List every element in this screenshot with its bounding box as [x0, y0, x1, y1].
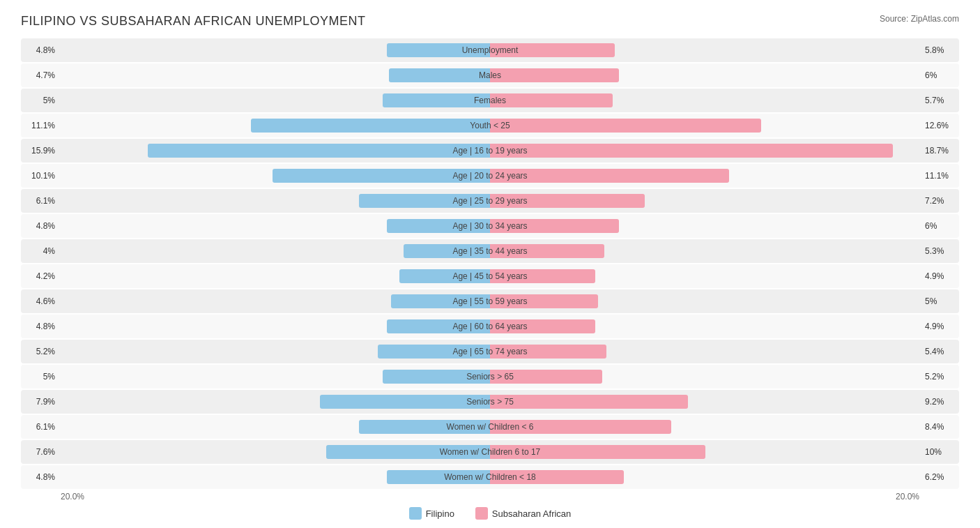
center-label: Age | 16 to 19 years: [452, 146, 527, 156]
left-value: 4.8%: [21, 472, 59, 482]
bars-center: Age | 30 to 34 years: [59, 216, 921, 236]
bar-row: 4.2% Age | 45 to 54 years 4.9%: [21, 264, 959, 288]
filipino-swatch: [409, 507, 422, 520]
center-label: Youth < 25: [470, 121, 510, 130]
bar-row: 10.1% Age | 20 to 24 years 11.1%: [21, 164, 959, 188]
left-value: 5%: [21, 96, 59, 105]
bar-row: 4% Age | 35 to 44 years 5.3%: [21, 239, 959, 263]
bar-right: [490, 395, 688, 409]
bar-row: 5% Seniors > 65 5.2%: [21, 365, 959, 389]
bar-left-wrap: [148, 144, 490, 158]
bar-right-wrap: [490, 119, 761, 133]
right-value: 10%: [921, 447, 959, 457]
right-value: 5.7%: [921, 96, 959, 105]
filipino-label: Filipino: [426, 508, 454, 519]
bar-left-wrap: [251, 119, 490, 133]
center-label: Seniors > 65: [466, 372, 514, 382]
bars-center: Age | 55 to 59 years: [59, 292, 921, 311]
axis-left-label: 20.0%: [61, 492, 84, 501]
center-label: Age | 35 to 44 years: [452, 246, 527, 256]
bar-row: 5.2% Age | 65 to 74 years 5.4%: [21, 340, 959, 363]
bars-center: Age | 16 to 19 years: [59, 141, 921, 160]
bars-center: Age | 25 to 29 years: [59, 191, 921, 211]
bar-right: [490, 93, 613, 107]
bar-row: 7.9% Seniors > 75 9.2%: [21, 390, 959, 414]
left-value: 5.2%: [21, 347, 59, 356]
bars-center: Women w/ Children < 6: [59, 417, 921, 437]
subsaharan-label: Subsaharan African: [492, 508, 571, 519]
right-value: 5%: [921, 296, 959, 306]
bar-right-wrap: [490, 68, 619, 82]
legend: Filipino Subsaharan African: [21, 507, 959, 520]
left-value: 15.9%: [21, 146, 59, 156]
center-label: Females: [474, 96, 506, 105]
right-value: 9.2%: [921, 397, 959, 407]
center-label: Women w/ Children < 18: [444, 472, 536, 482]
bar-row: 11.1% Youth < 25 12.6%: [21, 114, 959, 137]
bars-center: Seniors > 65: [59, 367, 921, 386]
bar-left-wrap: [320, 395, 490, 409]
left-value: 10.1%: [21, 171, 59, 181]
bars-center: Women w/ Children 6 to 17: [59, 442, 921, 462]
center-label: Age | 65 to 74 years: [452, 347, 527, 356]
bar-right: [490, 68, 619, 82]
bar-left: [320, 395, 490, 409]
bars-center: Youth < 25: [59, 116, 921, 135]
bar-right: [490, 144, 893, 158]
bars-center: Age | 65 to 74 years: [59, 342, 921, 361]
chart-title: FILIPINO VS SUBSAHARAN AFRICAN UNEMPLOYM…: [21, 14, 366, 29]
right-value: 8.4%: [921, 422, 959, 432]
bars-center: Women w/ Children < 18: [59, 467, 921, 487]
bars-center: Age | 45 to 54 years: [59, 266, 921, 286]
bar-left-wrap: [389, 68, 490, 82]
center-label: Males: [479, 70, 501, 80]
left-value: 4%: [21, 246, 59, 256]
bar-left: [389, 68, 490, 82]
left-value: 11.1%: [21, 121, 59, 130]
bar-row: 4.6% Age | 55 to 59 years 5%: [21, 289, 959, 313]
right-value: 6%: [921, 221, 959, 231]
right-value: 4.9%: [921, 271, 959, 281]
bars-center: Males: [59, 66, 921, 85]
left-value: 6.1%: [21, 422, 59, 432]
bars-center: Age | 20 to 24 years: [59, 166, 921, 186]
axis-right-label: 20.0%: [896, 492, 919, 501]
right-value: 5.2%: [921, 372, 959, 382]
left-value: 6.1%: [21, 196, 59, 206]
left-value: 4.8%: [21, 322, 59, 331]
bar-row: 4.8% Unemployment 5.8%: [21, 38, 959, 62]
chart-area: 4.8% Unemployment 5.8% 4.7%: [21, 38, 959, 489]
center-label: Age | 45 to 54 years: [452, 271, 527, 281]
bar-row: 7.6% Women w/ Children 6 to 17 10%: [21, 440, 959, 464]
chart-container: FILIPINO VS SUBSAHARAN AFRICAN UNEMPLOYM…: [21, 14, 959, 520]
bar-row: 5% Females 5.7%: [21, 89, 959, 112]
center-label: Age | 20 to 24 years: [452, 171, 527, 181]
center-label: Age | 30 to 34 years: [452, 221, 527, 231]
right-value: 11.1%: [921, 171, 959, 181]
right-value: 18.7%: [921, 146, 959, 156]
bar-row: 4.8% Women w/ Children < 18 6.2%: [21, 465, 959, 489]
bar-left: [148, 144, 490, 158]
bars-center: Age | 35 to 44 years: [59, 241, 921, 261]
bar-left: [251, 119, 490, 133]
bar-row: 6.1% Age | 25 to 29 years 7.2%: [21, 189, 959, 213]
subsaharan-swatch: [475, 507, 488, 520]
legend-item-subsaharan: Subsaharan African: [475, 507, 571, 520]
bar-right: [490, 119, 761, 133]
right-value: 5.4%: [921, 347, 959, 356]
center-label: Age | 55 to 59 years: [452, 296, 527, 306]
right-value: 6%: [921, 70, 959, 80]
right-value: 5.8%: [921, 45, 959, 55]
right-value: 6.2%: [921, 472, 959, 482]
bar-right-wrap: [490, 395, 688, 409]
left-value: 4.8%: [21, 45, 59, 55]
left-value: 7.9%: [21, 397, 59, 407]
center-label: Women w/ Children < 6: [447, 422, 534, 432]
right-value: 4.9%: [921, 322, 959, 331]
center-label: Age | 60 to 64 years: [452, 322, 527, 331]
axis-row: 20.0% 20.0%: [21, 492, 959, 501]
bars-center: Unemployment: [59, 40, 921, 60]
center-label: Unemployment: [462, 45, 519, 55]
left-value: 4.2%: [21, 271, 59, 281]
bars-center: Age | 60 to 64 years: [59, 317, 921, 336]
